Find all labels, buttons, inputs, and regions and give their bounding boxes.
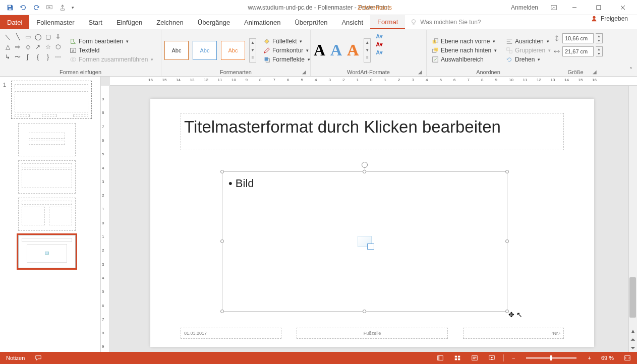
slide-sorter-view-button[interactable] <box>452 352 463 364</box>
shape-style-gallery[interactable]: Abc Abc Abc ▲▼≡ <box>164 32 256 68</box>
slide-number-placeholder[interactable]: ‹Nr.› <box>463 328 564 339</box>
tab-format[interactable]: Format <box>370 15 405 29</box>
zoom-out-button[interactable]: − <box>510 352 517 364</box>
minimize-button[interactable] <box>564 1 585 15</box>
height-input[interactable]: 10,66 cm <box>562 33 594 43</box>
tab-start[interactable]: Start <box>82 15 109 29</box>
shape-style-2[interactable]: Abc <box>193 41 217 60</box>
vertical-scrollbar[interactable]: ▴ ⏶ ⏷ <box>628 86 637 352</box>
wordart-style-2[interactable]: A <box>330 41 342 59</box>
slide-canvas[interactable]: Titelmasterformat durch Klicken bearbeit… <box>110 86 637 352</box>
shape-outline-button[interactable]: Formkontur▾ <box>261 46 312 54</box>
rotate-button[interactable]: Drehen▾ <box>504 55 553 64</box>
undo-button[interactable] <box>17 2 29 14</box>
width-input[interactable]: 21,67 cm <box>562 46 594 56</box>
save-button[interactable] <box>4 2 16 14</box>
zoom-level-label[interactable]: 69 % <box>599 352 616 364</box>
shape-brace2-icon[interactable]: } <box>43 52 52 62</box>
text-outline-button[interactable]: A▾ <box>375 40 384 48</box>
width-spinner[interactable]: ▲▼ <box>596 46 603 56</box>
tab-einfuegen[interactable]: Einfügen <box>109 15 149 29</box>
zoom-slider[interactable] <box>526 357 576 359</box>
shape-curve-icon[interactable]: 〜 <box>13 52 22 62</box>
shape-freeform-icon[interactable]: ʃ <box>23 52 32 62</box>
picture-placeholder-icon[interactable] <box>358 236 372 247</box>
resize-handle-ne[interactable] <box>505 170 509 173</box>
text-fill-button[interactable]: A▾ <box>375 32 384 40</box>
layout-thumbnail-2[interactable] <box>18 160 76 194</box>
shape-line-icon[interactable]: ＼ <box>3 32 12 41</box>
layout-thumbnail-3[interactable] <box>18 198 76 231</box>
date-placeholder[interactable]: 01.03.2017 <box>181 328 281 339</box>
wordart-style-1[interactable]: A <box>314 41 325 59</box>
edit-shape-button[interactable]: Form bearbeiten▾ <box>68 37 155 45</box>
title-placeholder[interactable]: Titelmasterformat durch Klicken bearbeit… <box>181 113 564 150</box>
shape-effects-button[interactable]: Formeffekte▾ <box>261 55 312 64</box>
shape-arrow-down-icon[interactable]: ⇩ <box>53 32 63 41</box>
shape-oval-icon[interactable]: ◯ <box>33 32 42 41</box>
resize-handle-e[interactable] <box>505 239 509 243</box>
next-slide-dbl-button[interactable]: ⏷ <box>628 343 637 352</box>
shape-style-1[interactable]: Abc <box>164 41 189 60</box>
shape-roundrect-icon[interactable]: ▢ <box>43 32 52 41</box>
shape-line2-icon[interactable]: ╲ <box>13 32 22 41</box>
shape-connector-icon[interactable]: ↳ <box>3 52 12 62</box>
shape-diamond-icon[interactable]: ◇ <box>23 42 32 51</box>
redo-button[interactable] <box>30 2 42 14</box>
tab-zeichnen[interactable]: Zeichnen <box>149 15 190 29</box>
collapse-ribbon-button[interactable]: ˄ <box>627 66 635 74</box>
master-thumbnail[interactable] <box>11 81 92 119</box>
gallery-scroll[interactable]: ▲▼≡ <box>249 38 256 63</box>
layout-thumbnail-1[interactable] <box>18 123 76 156</box>
fit-to-window-button[interactable] <box>622 352 633 364</box>
resize-handle-n[interactable] <box>363 170 366 173</box>
tab-animationen[interactable]: Animationen <box>237 15 287 29</box>
shape-arrow-right-icon[interactable]: ⇨ <box>13 42 22 51</box>
start-from-beginning-button[interactable] <box>43 2 55 14</box>
bring-forward-button[interactable]: Ebene nach vorne▾ <box>430 37 499 45</box>
horizontal-ruler[interactable]: 1615141312111098765432101234567891011121… <box>110 77 637 86</box>
shape-hex-icon[interactable]: ⬡ <box>53 42 63 51</box>
body-placeholder-selected[interactable]: • Bild <box>222 171 507 312</box>
align-button[interactable]: Ausrichten▾ <box>504 37 553 45</box>
slideshow-view-button[interactable] <box>486 352 497 364</box>
wordart-gallery[interactable]: A A A ▲▼≡ <box>314 32 371 68</box>
shape-fill-button[interactable]: Fülleffekt▾ <box>261 37 312 45</box>
comments-button[interactable] <box>33 352 44 364</box>
shape-rect-icon[interactable]: ▭ <box>23 32 32 41</box>
resize-handle-se[interactable] <box>505 310 509 313</box>
shape-star-icon[interactable]: ☆ <box>43 42 52 51</box>
resize-handle-w[interactable] <box>220 239 224 243</box>
scrollbar-thumb[interactable] <box>629 277 636 318</box>
text-effects-button[interactable]: A▾ <box>375 48 384 56</box>
maximize-button[interactable] <box>589 1 609 15</box>
wordart-gallery-scroll[interactable]: ▲▼≡ <box>364 38 371 63</box>
height-spinner[interactable]: ▲▼ <box>596 33 603 43</box>
tab-ueberpruefen[interactable]: Überprüfen <box>287 15 334 29</box>
tab-uebergaenge[interactable]: Übergänge <box>191 15 237 29</box>
reading-view-button[interactable] <box>469 352 480 364</box>
zoom-in-button[interactable]: + <box>586 352 593 364</box>
zoom-slider-thumb[interactable] <box>550 355 552 360</box>
close-button[interactable] <box>613 1 633 15</box>
wordart-style-3[interactable]: A <box>347 41 359 59</box>
layout-thumbnail-4-selected[interactable] <box>18 235 76 268</box>
touch-mode-button[interactable] <box>56 2 69 14</box>
tell-me-search[interactable]: Was möchten Sie tun? <box>405 15 486 29</box>
qat-customize-button[interactable]: ▾ <box>70 2 76 14</box>
sign-in-button[interactable]: Anmelden <box>506 2 543 13</box>
rotation-handle[interactable] <box>362 162 368 168</box>
notes-button[interactable]: Notizen <box>4 352 27 364</box>
resize-handle-s[interactable] <box>363 310 366 313</box>
resize-handle-nw[interactable] <box>220 170 224 173</box>
footer-placeholder[interactable]: Fußzeile <box>297 328 448 339</box>
file-tab[interactable]: Datei <box>0 15 29 29</box>
resize-handle-sw[interactable] <box>220 310 224 313</box>
shape-style-3[interactable]: Abc <box>221 41 245 60</box>
shape-more-icon[interactable]: ⋯ <box>53 52 63 62</box>
shape-triangle-icon[interactable]: △ <box>3 42 12 51</box>
shape-arrow-line-icon[interactable]: ↗ <box>33 42 42 51</box>
tab-ansicht[interactable]: Ansicht <box>334 15 370 29</box>
slide[interactable]: Titelmasterformat durch Klicken bearbeit… <box>150 99 594 347</box>
textbox-button[interactable]: A Textfeld <box>68 46 155 54</box>
